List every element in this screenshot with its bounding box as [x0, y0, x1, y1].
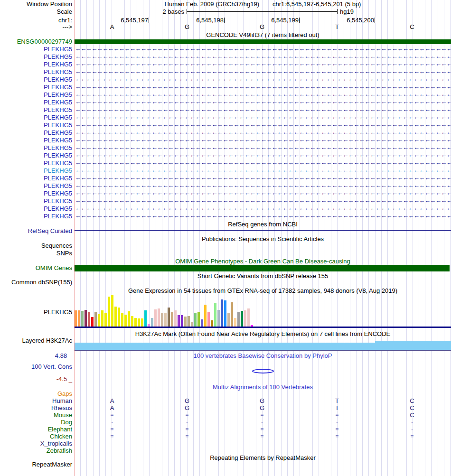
transcript-intron-arrows[interactable]: ←←←←←←←←←←←←←←←←←←←←←←←←←←←←←←←←←←←←←←←←… — [75, 175, 451, 181]
transcript-intron-arrows[interactable]: ←←←←←←←←←←←←←←←←←←←←←←←←←←←←←←←←←←←←←←←←… — [75, 130, 451, 136]
transcript-intron-arrows[interactable]: ←←←←←←←←←←←←←←←←←←←←←←←←←←←←←←←←←←←←←←←←… — [75, 99, 451, 105]
multiz-alignment-cell[interactable]: = — [261, 433, 263, 439]
multiz-alignment-cell[interactable]: = — [111, 426, 113, 432]
transcript-intron-arrows[interactable]: ←←←←←←←←←←←←←←←←←←←←←←←←←←←←←←←←←←←←←←←←… — [75, 160, 451, 166]
gtex-tissue-bar[interactable] — [85, 310, 87, 327]
multiz-alignment-cell[interactable]: G — [185, 398, 189, 404]
transcript-label[interactable]: PLEKHG5 — [44, 46, 72, 52]
transcript-label[interactable]: PLEKHG5 — [44, 213, 72, 219]
snps-label[interactable]: SNPs — [56, 250, 72, 256]
multiz-alignment-cell[interactable]: = — [261, 426, 263, 432]
gtex-tissue-bar[interactable] — [121, 313, 123, 327]
transcript-label[interactable]: PLEKHG5 — [44, 168, 72, 174]
refseq-curated-line[interactable] — [75, 230, 451, 231]
transcript-label[interactable]: PLEKHG5 — [44, 160, 72, 166]
gtex-tissue-bar[interactable] — [201, 319, 203, 327]
transcript-intron-arrows[interactable]: ←←←←←←←←←←←←←←←←←←←←←←←←←←←←←←←←←←←←←←←←… — [75, 168, 451, 174]
transcript-label[interactable]: PLEKHG5 — [44, 152, 72, 159]
gtex-tissue-bar[interactable] — [94, 312, 97, 327]
multiz-alignment-cell[interactable]: = — [111, 412, 113, 418]
gtex-tissue-bar[interactable] — [134, 318, 137, 327]
transcript-label[interactable]: PLEKHG5 — [44, 114, 72, 121]
gtex-tissue-bar[interactable] — [207, 312, 210, 327]
transcript-intron-arrows[interactable]: ←←←←←←←←←←←←←←←←←←←←←←←←←←←←←←←←←←←←←←←←… — [75, 213, 451, 219]
transcript-label[interactable]: PLEKHG5 — [44, 137, 72, 143]
transcript-intron-arrows[interactable]: ←←←←←←←←←←←←←←←←←←←←←←←←←←←←←←←←←←←←←←←←… — [75, 122, 451, 128]
refseq-curated-label[interactable]: RefSeq Curated — [28, 228, 72, 234]
transcript-intron-arrows[interactable]: ←←←←←←←←←←←←←←←←←←←←←←←←←←←←←←←←←←←←←←←←… — [75, 76, 451, 83]
gtex-tissue-bar[interactable] — [144, 310, 147, 327]
multiz-alignment-cell[interactable]: G — [185, 405, 189, 411]
multiz-alignment-cell[interactable]: = — [336, 412, 338, 418]
transcript-intron-arrows[interactable]: ←←←←←←←←←←←←←←←←←←←←←←←←←←←←←←←←←←←←←←←←… — [75, 54, 451, 60]
multiz-species-label[interactable]: Chicken — [50, 433, 72, 439]
layered-h3k27ac-label[interactable]: Layered H3K27Ac — [22, 337, 72, 344]
gtex-tissue-bar[interactable] — [78, 310, 80, 327]
transcript-label[interactable]: PLEKHG5 — [44, 107, 72, 113]
gtex-tissue-bar[interactable] — [124, 315, 127, 327]
common-dbsnp-label[interactable]: Common dbSNP(155) — [11, 279, 72, 285]
multiz-species-label[interactable]: X_tropicalis — [40, 440, 72, 447]
repeatmasker-label[interactable]: RepeatMasker — [32, 461, 72, 467]
transcript-intron-arrows[interactable]: ←←←←←←←←←←←←←←←←←←←←←←←←←←←←←←←←←←←←←←←←… — [75, 205, 451, 212]
transcript-label[interactable]: PLEKHG5 — [44, 99, 72, 105]
gencode-gene-id-label[interactable]: ENSG00000297749 — [17, 38, 72, 45]
omim-genes-label[interactable]: OMIM Genes — [36, 265, 72, 271]
multiz-species-label[interactable]: Mouse — [54, 412, 72, 418]
multiz-species-label[interactable]: Elephant — [48, 426, 72, 432]
transcript-intron-arrows[interactable]: ←←←←←←←←←←←←←←←←←←←←←←←←←←←←←←←←←←←←←←←←… — [75, 92, 451, 98]
transcript-label[interactable]: PLEKHG5 — [44, 61, 72, 67]
gtex-tissue-bar[interactable] — [141, 318, 143, 327]
h3k27ac-signal-right[interactable] — [375, 341, 451, 350]
gtex-tissue-bar[interactable] — [164, 313, 167, 327]
multiz-alignment-cell[interactable]: T — [335, 405, 339, 411]
transcript-label[interactable]: PLEKHG5 — [44, 122, 72, 128]
gtex-tissue-bar[interactable] — [151, 318, 153, 327]
omim-gene-bar[interactable] — [75, 265, 450, 271]
multiz-species-label[interactable]: Dog — [61, 419, 72, 425]
multiz-alignment-cell[interactable]: = — [261, 412, 263, 418]
multiz-alignment-cell[interactable]: - — [411, 426, 413, 432]
multiz-species-label[interactable]: Human — [52, 398, 72, 404]
transcript-label[interactable]: PLEKHG5 — [44, 198, 72, 204]
gtex-tissue-bar[interactable] — [194, 313, 197, 327]
multiz-alignment-cell[interactable]: - — [411, 419, 413, 425]
gtex-tissue-bar[interactable] — [244, 310, 246, 327]
multiz-alignment-cell[interactable]: C — [410, 398, 414, 404]
transcript-label[interactable]: PLEKHG5 — [44, 190, 72, 196]
transcript-label[interactable]: PLEKHG5 — [44, 205, 72, 212]
multiz-alignment-cell[interactable]: = — [186, 433, 188, 439]
transcript-label[interactable]: PLEKHG5 — [44, 54, 72, 60]
gtex-tissue-bar[interactable] — [181, 315, 183, 327]
transcript-label[interactable]: PLEKHG5 — [44, 69, 72, 75]
transcript-label[interactable]: PLEKHG5 — [44, 92, 72, 98]
multiz-alignment-cell[interactable]: = — [336, 426, 338, 432]
gencode-gene-bar[interactable] — [75, 39, 451, 44]
multiz-alignment-cell[interactable]: - — [111, 419, 113, 425]
gtex-tissue-bar[interactable] — [247, 308, 250, 327]
gtex-tissue-bar[interactable] — [241, 311, 243, 327]
gtex-tissue-bar[interactable] — [154, 309, 157, 327]
transcript-intron-arrows[interactable]: ←←←←←←←←←←←←←←←←←←←←←←←←←←←←←←←←←←←←←←←←… — [75, 107, 451, 113]
h3k27ac-signal-left[interactable] — [75, 343, 375, 350]
multiz-alignment-cell[interactable]: A — [110, 398, 114, 404]
multiz-alignment-cell[interactable]: - — [336, 419, 338, 425]
gtex-tissue-bar[interactable] — [108, 297, 110, 327]
transcript-label[interactable]: PLEKHG5 — [44, 183, 72, 189]
gtex-tissue-bar[interactable] — [88, 312, 90, 327]
gtex-tissue-bar[interactable] — [227, 313, 230, 327]
multiz-alignment-cell[interactable]: C — [410, 412, 414, 418]
gtex-tissue-bar[interactable] — [191, 322, 193, 327]
gtex-tissue-bar[interactable] — [75, 310, 77, 327]
gtex-tissue-bar[interactable] — [158, 308, 160, 327]
multiz-alignment-cell[interactable]: - — [261, 419, 263, 425]
gtex-tissue-bar[interactable] — [168, 308, 170, 327]
multiz-alignment-cell[interactable]: = — [336, 433, 338, 439]
gtex-tissue-bar[interactable] — [104, 313, 107, 327]
transcript-intron-arrows[interactable]: ←←←←←←←←←←←←←←←←←←←←←←←←←←←←←←←←←←←←←←←←… — [75, 183, 451, 189]
transcript-intron-arrows[interactable]: ←←←←←←←←←←←←←←←←←←←←←←←←←←←←←←←←←←←←←←←←… — [75, 46, 451, 52]
gtex-tissue-bar[interactable] — [178, 315, 180, 327]
sequences-label[interactable]: Sequences — [41, 243, 72, 249]
transcript-label[interactable]: PLEKHG5 — [44, 76, 72, 83]
multiz-alignment-cell[interactable]: - — [186, 419, 188, 425]
